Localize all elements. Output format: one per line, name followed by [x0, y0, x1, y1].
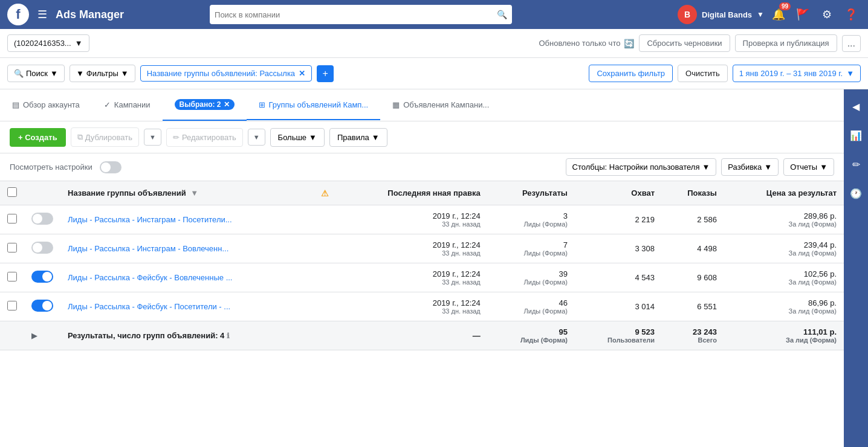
ad-group-link-0[interactable]: Лиды - Рассылка - Инстаграм - Посетители… — [68, 215, 232, 224]
tab-selected[interactable]: Выбрано: 2 ✕ — [163, 89, 247, 121]
account-id-label: (10202416353... — [14, 39, 71, 48]
remove-filter-button[interactable]: ✕ — [299, 69, 305, 78]
summary-impressions: 23 243 — [669, 327, 717, 336]
row-days-ago-2: 33 дн. назад — [343, 278, 481, 286]
row-checkbox-2[interactable] — [7, 272, 17, 281]
campaigns-icon: ✓ — [104, 100, 111, 109]
date-picker[interactable]: 1 янв 2019 г. – 31 янв 2019 г. ▼ — [733, 65, 861, 82]
row-results-label-1: Лиды (Форма) — [495, 249, 568, 257]
select-all-checkbox[interactable] — [7, 187, 17, 197]
row-cost-label-0: За лид (Форма) — [731, 220, 837, 228]
row-date-2: 2019 г., 12:24 — [343, 269, 481, 278]
summary-reach-label: Пользователи — [582, 336, 655, 344]
row-days-ago-0: 33 дн. назад — [343, 220, 481, 228]
tab-campaigns[interactable]: ✓ Кампании — [92, 91, 163, 120]
warning-column-header: ⚠ — [314, 181, 336, 205]
avatar: B — [678, 5, 697, 24]
tab-overview[interactable]: ▤ Обзор аккаунта — [0, 91, 92, 120]
row-impressions-2: 9 608 — [662, 263, 724, 292]
row-cost-1: 239,44 р. — [731, 240, 837, 249]
reset-drafts-button[interactable]: Сбросить черновики — [639, 34, 730, 52]
filters-button[interactable]: ▼ Фильтры ▼ — [70, 65, 135, 82]
filter-icon: ▼ — [76, 69, 84, 78]
account-selector-chevron: ▼ — [75, 39, 83, 48]
notification-bell-button[interactable]: 🔔 99 — [769, 5, 788, 24]
filters-chevron-icon: ▼ — [121, 69, 129, 78]
more-actions-button[interactable]: Больше ▼ — [270, 128, 325, 147]
filter-bar-right: Сохранить фильтр Очистить 1 янв 2019 г. … — [589, 65, 861, 82]
notification-badge: 99 — [779, 2, 791, 10]
row-cost-0: 289,86 р. — [731, 211, 837, 220]
row-days-ago-3: 33 дн. назад — [343, 307, 481, 315]
view-settings-toggle[interactable] — [100, 161, 121, 173]
columns-chevron-icon: ▼ — [702, 162, 710, 172]
row-results-3: 46 — [495, 298, 568, 307]
username-chevron[interactable]: ▼ — [757, 10, 764, 19]
adgroups-icon: ⊞ — [259, 100, 265, 109]
row-checkbox-0[interactable] — [7, 214, 17, 224]
expand-arrow-icon[interactable]: ▶ — [31, 332, 37, 340]
search-input[interactable] — [215, 10, 497, 19]
username-label: Digital Bands — [702, 10, 752, 19]
row-toggle-0[interactable] — [31, 213, 53, 225]
main-content: ▤ Обзор аккаунта ✓ Кампании Выбрано: 2 ✕… — [0, 89, 844, 447]
duplicate-button[interactable]: ⧉ Дублировать — [71, 127, 139, 147]
hamburger-button[interactable]: ☰ — [35, 5, 50, 24]
save-filter-button[interactable]: Сохранить фильтр — [589, 65, 673, 82]
help-button[interactable]: ❓ — [841, 5, 861, 24]
tab-ads[interactable]: ▦ Объявления Кампани... — [380, 91, 501, 120]
collapse-sidebar-button[interactable]: ◀ — [846, 97, 866, 116]
add-filter-button[interactable]: + — [317, 65, 334, 82]
ad-group-link-3[interactable]: Лиды - Рассылка - Фейсбук - Посетители -… — [68, 302, 230, 311]
search-button[interactable]: 🔍 Поиск ▼ — [7, 65, 65, 82]
more-options-button[interactable]: ... — [842, 35, 861, 52]
ad-group-link-2[interactable]: Лиды - Рассылка - Фейсбук - Вовлеченные … — [68, 273, 232, 282]
row-checkbox-1[interactable] — [7, 243, 17, 252]
columns-button[interactable]: Столбцы: Настройки пользователя ▼ — [566, 158, 717, 176]
edit-button[interactable]: ✏ Редактировать — [166, 128, 243, 147]
summary-label: Результаты, число групп объявлений: 4 — [68, 331, 224, 340]
settings-button[interactable]: ⚙ — [817, 5, 837, 24]
nav-right: B Digital Bands ▼ 🔔 99 🚩 ⚙ ❓ — [678, 5, 861, 24]
name-sort-icon[interactable]: ▼ — [190, 188, 198, 198]
tab-adgroups[interactable]: ⊞ Группы объявлений Камп... — [247, 91, 381, 120]
top-nav: f ☰ Ads Manager 🔍 B Digital Bands ▼ 🔔 99… — [0, 0, 868, 29]
content-area: ▤ Обзор аккаунта ✓ Кампании Выбрано: 2 ✕… — [0, 89, 868, 447]
row-results-label-0: Лиды (Форма) — [495, 220, 568, 228]
edit-dropdown-button[interactable]: ▼ — [248, 129, 265, 146]
summary-info-icon[interactable]: ℹ — [227, 332, 230, 340]
duplicate-dropdown-button[interactable]: ▼ — [144, 129, 161, 146]
row-reach-3: 3 014 — [575, 292, 662, 321]
row-cost-label-3: За лид (Форма) — [731, 307, 837, 315]
row-checkbox-3[interactable] — [7, 301, 17, 310]
clear-filter-button[interactable]: Очистить — [678, 65, 728, 82]
table-row: Лиды - Рассылка - Инстаграм - Вовлеченн.… — [0, 234, 844, 263]
search-icon-small: 🔍 — [14, 69, 24, 78]
row-toggle-1[interactable] — [31, 242, 53, 254]
last-edit-column-header: Последняя нная правка — [336, 181, 488, 205]
row-date-3: 2019 г., 12:24 — [343, 298, 481, 307]
create-button[interactable]: + Создать — [10, 128, 66, 147]
row-results-2: 39 — [495, 269, 568, 278]
breakdown-button[interactable]: Разбивка ▼ — [721, 158, 779, 176]
row-toggle-2[interactable] — [31, 271, 53, 283]
row-reach-0: 2 219 — [575, 205, 662, 234]
chart-sidebar-button[interactable]: 📊 — [846, 126, 866, 145]
results-column-header: Результаты — [488, 181, 575, 205]
history-sidebar-button[interactable]: 🕐 — [846, 184, 866, 203]
selected-close-icon[interactable]: ✕ — [224, 100, 230, 109]
search-icon: 🔍 — [497, 10, 507, 19]
row-toggle-3[interactable] — [31, 300, 53, 312]
publish-button[interactable]: Проверка и публикация — [735, 34, 837, 52]
edit-sidebar-button[interactable]: ✏ — [846, 155, 866, 174]
more-actions-chevron-icon: ▼ — [309, 133, 317, 142]
refresh-button[interactable]: 🔄 — [624, 39, 634, 48]
account-selector[interactable]: (10202416353... ▼ — [7, 34, 89, 52]
breakdown-chevron-icon: ▼ — [764, 162, 772, 172]
reports-chevron-icon: ▼ — [820, 162, 828, 172]
flag-button[interactable]: 🚩 — [793, 5, 812, 24]
ad-group-link-1[interactable]: Лиды - Рассылка - Инстаграм - Вовлеченн.… — [68, 244, 228, 253]
reports-button[interactable]: Отчеты ▼ — [783, 158, 834, 176]
rules-button[interactable]: Правила ▼ — [329, 128, 387, 147]
overview-icon: ▤ — [12, 100, 19, 109]
